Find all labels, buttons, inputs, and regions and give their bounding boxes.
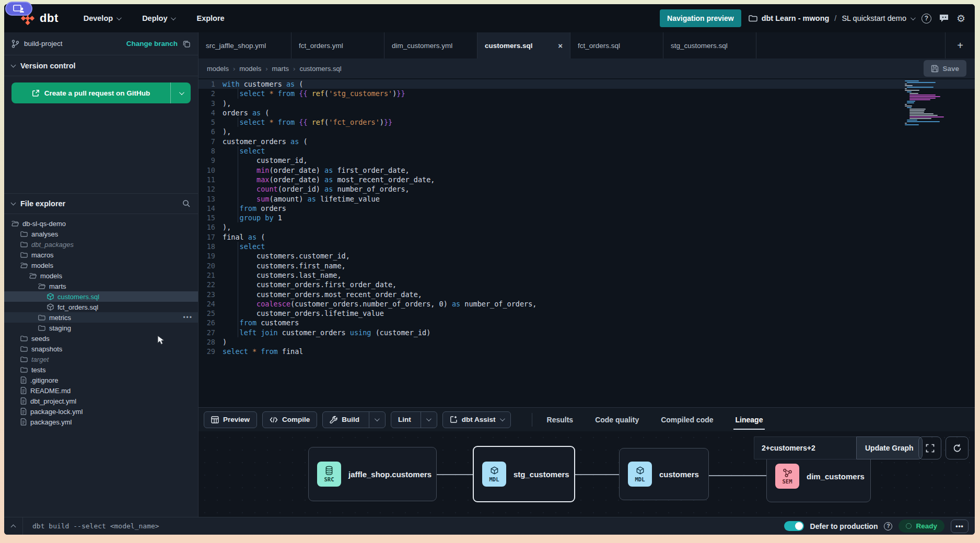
feedback-icon[interactable] [939,14,949,23]
tab-customers-sql[interactable]: customers.sql× [477,32,570,58]
lint-button[interactable]: Lint [391,411,437,428]
code-line-23[interactable]: 23 customer_orders.most_recent_order_dat… [199,290,975,299]
code-line-14[interactable]: 14 from orders [199,204,975,213]
fullscreen-button[interactable] [918,436,941,459]
tree-item-target[interactable]: target [4,354,198,364]
refresh-button[interactable] [946,436,969,459]
panel-tab-code-quality[interactable]: Code quality [593,408,641,432]
code-line-13[interactable]: 13 sum(amount) as lifetime_value [199,194,975,204]
account-project-switcher[interactable]: dbt Learn - mwong / SL quickstart demo [749,14,914,22]
close-tab-icon[interactable]: × [558,41,563,50]
tree-item-customers-sql[interactable]: customers.sql [4,291,198,302]
file-explorer-header[interactable]: File explorer [4,193,198,214]
change-branch-link[interactable]: Change branch [126,40,178,48]
code-line-11[interactable]: 11 max(order_date) as most_recent_order_… [199,175,975,184]
code-line-27[interactable]: 27 left join customer_orders using (cust… [199,328,975,337]
tree-item-marts[interactable]: marts [4,281,198,291]
tree-item-analyses[interactable]: analyses [4,229,198,239]
code-line-22[interactable]: 22 customer_orders.first_order_date, [199,280,975,289]
tree-item-dbt-project-yml[interactable]: dbt_project.yml [4,396,198,406]
tree-item-db-sl-qs-demo[interactable]: db-sl-qs-demo [4,218,198,229]
lineage-selector-input[interactable] [754,436,856,459]
build-dropdown[interactable] [369,412,378,428]
crumb-item[interactable]: models [239,65,261,73]
code-line-12[interactable]: 12 count(order_id) as number_of_orders, [199,184,975,194]
tab-fct-orders-sql[interactable]: fct_orders.sql [570,32,663,58]
code-line-28[interactable]: 28) [199,337,975,347]
tree-item-fct-orders-sql[interactable]: fct_orders.sql [4,302,198,312]
version-control-header[interactable]: Version control [4,55,198,76]
code-line-26[interactable]: 26 from customers [199,318,975,327]
expand-command-bar-button[interactable] [4,517,23,535]
code-line-4[interactable]: 4orders as ( [199,108,975,117]
tree-item-snapshots[interactable]: snapshots [4,344,198,354]
command-input[interactable]: dbt build --select <model_name> [23,522,159,530]
tree-item-models[interactable]: models [4,270,198,281]
tree-item-metrics[interactable]: metrics••• [4,312,198,323]
row-menu-icon[interactable]: ••• [183,314,193,321]
code-line-2[interactable]: 2 select * from {{ ref('stg_customers')}… [199,89,975,98]
crumb-item[interactable]: models [207,65,229,73]
code-line-19[interactable]: 19 customers.customer_id, [199,251,975,261]
code-editor[interactable]: 1with customers as (2 select * from {{ r… [199,78,975,407]
crumb-item[interactable]: marts [272,65,289,73]
code-line-5[interactable]: 5 select * from {{ ref('fct_orders')}} [199,117,975,127]
tree-item-macros[interactable]: macros [4,250,198,260]
tree-item-seeds[interactable]: seeds [4,333,198,344]
copy-icon[interactable] [182,40,191,48]
lint-dropdown[interactable] [421,412,430,428]
tree-item-tests[interactable]: tests [4,364,198,375]
tree-item-readme-md[interactable]: README.md [4,385,198,396]
lineage-node-stg-customers[interactable]: MDLstg_customers [473,446,575,502]
preview-button[interactable]: Preview [204,411,257,428]
navigation-preview-button[interactable]: Navigation preview [660,9,741,27]
tab-fct-orders-yml[interactable]: fct_orders.yml [291,32,384,58]
tree-item--gitignore[interactable]: .gitignore [4,375,198,385]
panel-tab-lineage[interactable]: Lineage [733,408,765,432]
code-line-3[interactable]: 3), [199,99,975,108]
more-options-button[interactable]: ••• [951,520,969,533]
defer-help-icon[interactable]: ? [884,522,892,530]
lineage-canvas[interactable]: SRCjaffle_shop.customersMDLstg_customers… [199,431,975,517]
tree-item-packages-yml[interactable]: packages.yml [4,417,198,427]
code-line-7[interactable]: 7customer_orders as ( [199,137,975,146]
update-graph-button[interactable]: Update Graph [856,436,923,459]
menu-develop[interactable]: Develop [84,14,120,22]
code-line-20[interactable]: 20 customers.first_name, [199,261,975,270]
menu-explore[interactable]: Explore [196,14,224,22]
new-tab-button[interactable]: + [946,32,975,58]
tree-item-dbt-packages[interactable]: dbt_packages [4,239,198,250]
code-line-17[interactable]: 17final as ( [199,232,975,242]
code-line-18[interactable]: 18 select [199,242,975,251]
compile-button[interactable]: Compile [262,411,317,428]
tab-dim-customers-yml[interactable]: dim_customers.yml [384,32,477,58]
code-line-1[interactable]: 1with customers as ( [199,79,975,89]
code-line-6[interactable]: 6), [199,127,975,136]
tree-item-models[interactable]: models [4,260,198,270]
help-icon[interactable]: ? [921,14,931,23]
code-line-16[interactable]: 16), [199,222,975,232]
code-line-24[interactable]: 24 coalesce(customer_orders.number_of_or… [199,299,975,309]
defer-to-production-toggle[interactable] [784,521,804,531]
tree-item-staging[interactable]: staging [4,323,198,333]
settings-gear-icon[interactable]: ⚙ [956,14,965,23]
dbt-assist-button[interactable]: dbt Assist [442,411,511,428]
tab-src-jaffle-shop-yml[interactable]: src_jaffle_shop.yml [199,32,291,58]
code-line-10[interactable]: 10 min(order_date) as first_order_date, [199,166,975,175]
tab-stg-customers-sql[interactable]: stg_customers.sql [663,32,756,58]
create-pull-request-button[interactable]: Create a pull request on GitHub [11,82,191,103]
crumb-item[interactable]: customers.sql [299,65,341,73]
menu-deploy[interactable]: Deploy [142,14,174,22]
save-button[interactable]: Save [924,60,966,77]
code-line-9[interactable]: 9 customer_id, [199,156,975,165]
pr-button-dropdown[interactable] [171,82,191,103]
code-line-15[interactable]: 15 group by 1 [199,213,975,222]
build-button[interactable]: Build [322,411,386,428]
code-line-25[interactable]: 25 customer_orders.lifetime_value [199,309,975,318]
code-line-29[interactable]: 29select * from final [199,347,975,356]
code-line-8[interactable]: 8 select [199,146,975,156]
lineage-node-jaffle-shop-customers[interactable]: SRCjaffle_shop.customers [308,447,437,501]
panel-tab-compiled-code[interactable]: Compiled code [659,408,715,432]
panel-tab-results[interactable]: Results [545,408,576,432]
search-icon[interactable] [182,199,191,208]
